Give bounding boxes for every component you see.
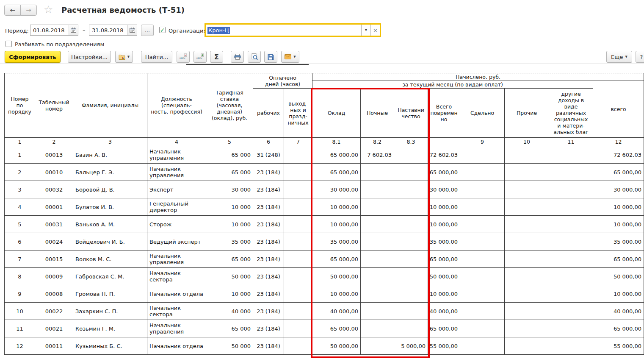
report-cell[interactable] bbox=[284, 285, 312, 303]
report-cell[interactable]: 23 (184) bbox=[253, 250, 284, 268]
report-cell[interactable]: 55 000,00 bbox=[593, 337, 644, 355]
report-cell[interactable]: 65 000 bbox=[206, 250, 253, 268]
col-header-employee-id[interactable]: Табельный номер bbox=[35, 73, 73, 138]
report-cell[interactable] bbox=[460, 164, 505, 181]
report-cell[interactable]: Начальник управления bbox=[147, 320, 206, 337]
column-number-cell[interactable] bbox=[428, 138, 460, 146]
report-cell[interactable] bbox=[460, 337, 505, 355]
report-cell[interactable]: 10 000,00 bbox=[312, 216, 361, 233]
report-cell[interactable]: 40 000,00 bbox=[428, 303, 460, 320]
group-header-current-month[interactable]: за текущий месяц (по видам оплат) bbox=[312, 81, 593, 89]
report-cell[interactable] bbox=[361, 164, 394, 181]
report-cell[interactable] bbox=[505, 164, 549, 181]
period-to-value[interactable]: 31.08.2018 bbox=[89, 27, 127, 33]
report-cell[interactable]: 35 000,00 bbox=[428, 233, 460, 250]
report-cell[interactable]: 5 000,00 bbox=[394, 337, 428, 355]
report-cell[interactable]: Войцехович И. Б. bbox=[73, 233, 147, 250]
report-cell[interactable]: 23 (184) bbox=[253, 198, 284, 216]
report-cell[interactable] bbox=[549, 337, 593, 355]
report-cell[interactable]: 00010 bbox=[35, 164, 73, 181]
col-header-worked-days[interactable]: рабочих bbox=[253, 89, 284, 138]
report-cell[interactable]: Сторож bbox=[147, 216, 206, 233]
report-cell[interactable]: 10 000 bbox=[206, 285, 253, 303]
column-number-cell[interactable]: 8.1 bbox=[312, 138, 361, 146]
report-cell[interactable] bbox=[549, 285, 593, 303]
report-cell[interactable]: 40 000,00 bbox=[593, 303, 644, 320]
report-cell[interactable]: 10 000 bbox=[206, 198, 253, 216]
report-cell[interactable]: 10 000,00 bbox=[428, 285, 460, 303]
report-cell[interactable] bbox=[460, 320, 505, 337]
report-cell[interactable]: 65 000,00 bbox=[593, 250, 644, 268]
report-cell[interactable] bbox=[460, 181, 505, 198]
report-cell[interactable] bbox=[284, 181, 312, 198]
help-button[interactable]: ? bbox=[636, 51, 644, 63]
column-number-cell[interactable]: 3 bbox=[73, 138, 147, 146]
report-cell[interactable] bbox=[505, 268, 549, 285]
report-cell[interactable]: 65 000,00 bbox=[593, 164, 644, 181]
report-cell[interactable]: Ваньков А. М. bbox=[73, 216, 147, 233]
report-cell[interactable] bbox=[361, 285, 394, 303]
save-button[interactable] bbox=[264, 51, 277, 63]
report-cell[interactable] bbox=[284, 303, 312, 320]
report-cell[interactable]: 55 000,00 bbox=[428, 337, 460, 355]
back-button[interactable]: ← bbox=[4, 5, 21, 16]
report-cell[interactable] bbox=[394, 250, 428, 268]
column-number-cell[interactable]: 11 bbox=[549, 138, 593, 146]
report-cell[interactable] bbox=[549, 250, 593, 268]
report-cell[interactable] bbox=[361, 303, 394, 320]
col-header-other-income[interactable]: другие доходы в виде различных социальны… bbox=[549, 89, 593, 138]
report-cell[interactable]: Кузьминых Б. С. bbox=[73, 337, 147, 355]
report-cell[interactable]: 30 000,00 bbox=[312, 181, 361, 198]
report-cell[interactable] bbox=[549, 216, 593, 233]
print-button[interactable] bbox=[231, 51, 244, 63]
report-cell[interactable] bbox=[549, 303, 593, 320]
report-cell[interactable]: 23 (184) bbox=[253, 320, 284, 337]
report-cell[interactable] bbox=[505, 285, 549, 303]
report-cell[interactable] bbox=[505, 198, 549, 216]
report-cell[interactable]: Базин А. В. bbox=[73, 146, 147, 164]
report-cell[interactable]: 50 000,00 bbox=[312, 268, 361, 285]
report-cell[interactable] bbox=[549, 164, 593, 181]
report-cell[interactable]: 65 000,00 bbox=[312, 164, 361, 181]
column-number-cell[interactable]: 9 bbox=[460, 138, 505, 146]
report-cell[interactable]: 10 000,00 bbox=[428, 216, 460, 233]
report-cell[interactable]: Ведущий эксперт bbox=[147, 233, 206, 250]
col-header-other[interactable]: Прочие bbox=[505, 89, 549, 138]
organization-field[interactable]: Крон-Ц ▼ × bbox=[205, 23, 381, 37]
period-from-field[interactable]: 01.08.2018 bbox=[30, 25, 78, 36]
send-mail-button[interactable]: ▼ bbox=[281, 51, 299, 63]
report-cell[interactable]: 00032 bbox=[35, 181, 73, 198]
report-cell[interactable]: 10 000,00 bbox=[312, 198, 361, 216]
report-cell[interactable]: 6 bbox=[5, 233, 35, 250]
report-cell[interactable] bbox=[505, 216, 549, 233]
report-cell[interactable] bbox=[505, 181, 549, 198]
report-cell[interactable]: 9 bbox=[5, 285, 35, 303]
group-header-accrued[interactable]: Начислено, руб. bbox=[312, 73, 644, 81]
report-cell[interactable]: 5 bbox=[5, 216, 35, 233]
report-cell[interactable] bbox=[284, 216, 312, 233]
report-cell[interactable]: 72 602,03 bbox=[593, 146, 644, 164]
forward-button[interactable]: → bbox=[20, 5, 37, 16]
col-header-weekend-days[interactable]: выход- ных и празд- ничных bbox=[284, 89, 312, 138]
report-cell[interactable] bbox=[505, 146, 549, 164]
report-cell[interactable]: 65 000,00 bbox=[428, 164, 460, 181]
report-cell[interactable]: Бальцер Г. Э. bbox=[73, 164, 147, 181]
split-by-departments-checkbox[interactable] bbox=[6, 41, 12, 47]
period-to-field[interactable]: 31.08.2018 bbox=[89, 25, 137, 36]
calendar-button[interactable] bbox=[69, 25, 78, 35]
report-cell[interactable] bbox=[460, 303, 505, 320]
report-cell[interactable] bbox=[284, 198, 312, 216]
report-cell[interactable]: 11 bbox=[5, 320, 35, 337]
report-cell[interactable]: 10 000,00 bbox=[593, 198, 644, 216]
report-cell[interactable] bbox=[549, 198, 593, 216]
sum-button[interactable]: Σ bbox=[210, 51, 223, 63]
column-number-cell[interactable]: 4 bbox=[147, 138, 206, 146]
group-header-paid-days[interactable]: Оплачено дней (часов) bbox=[253, 73, 312, 89]
column-number-cell[interactable]: 2 bbox=[35, 138, 73, 146]
report-cell[interactable] bbox=[460, 250, 505, 268]
report-cell[interactable] bbox=[549, 146, 593, 164]
report-cell[interactable] bbox=[394, 181, 428, 198]
report-cell[interactable] bbox=[394, 164, 428, 181]
report-cell[interactable]: Генеральный директор bbox=[147, 198, 206, 216]
report-cell[interactable]: 1 bbox=[5, 146, 35, 164]
